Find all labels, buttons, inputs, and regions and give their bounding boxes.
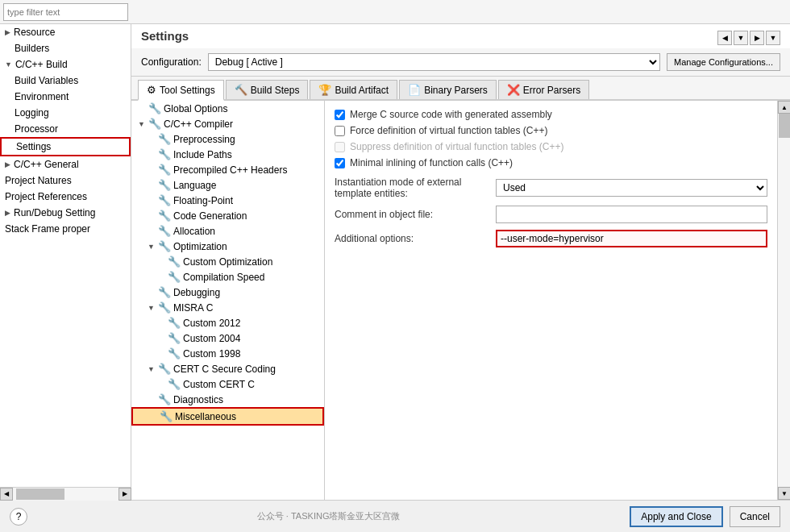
tree-item-label: Floating-Point (173, 195, 233, 206)
tab-label: Error Parsers (523, 85, 580, 96)
tree-item-misra-c[interactable]: ▼🔧MISRA C (131, 300, 324, 315)
tree-item-diagnostics[interactable]: 🔧Diagnostics (131, 392, 324, 407)
scroll-up-button[interactable]: ▲ (778, 101, 790, 114)
instantiation-select[interactable]: Used (496, 179, 767, 197)
merge-assembly-checkbox[interactable] (335, 110, 345, 120)
tree-node-icon: 🔧 (168, 271, 181, 283)
right-scrollbar[interactable]: ▲ ▼ (777, 101, 790, 500)
tab-error-parsers[interactable]: ❌Error Parsers (498, 80, 589, 99)
tree-item-label: Optimization (173, 241, 227, 252)
minimal-inlining-checkbox[interactable] (335, 158, 345, 168)
tree-item-floating-point[interactable]: 🔧Floating-Point (131, 193, 324, 208)
sidebar-item-stack-frame[interactable]: Stack Frame proper (0, 221, 131, 237)
tree-item-label: Diagnostics (173, 394, 223, 405)
hscroll-right-button[interactable]: ▶ (118, 488, 131, 501)
tree-node-icon: 🔧 (158, 133, 171, 145)
suppress-vtables-label: Suppress definition of virtual function … (350, 141, 563, 152)
forward-button[interactable]: ▶ (750, 31, 764, 45)
tree-item-custom-cert-c[interactable]: 🔧Custom CERT C (131, 376, 324, 392)
tree-item-optimization[interactable]: ▼🔧Optimization (131, 239, 324, 254)
sidebar-hscrollbar[interactable]: ◀ ▶ (0, 487, 131, 500)
sidebar-item-label: Environment (15, 91, 69, 102)
sidebar-item-run-debug[interactable]: ▶Run/Debug Setting (0, 205, 131, 221)
sidebar-item-label: C/C++ Build (15, 59, 68, 70)
help-button[interactable]: ? (10, 508, 27, 526)
tree-item-cc-compiler[interactable]: ▼🔧C/C++ Compiler (131, 116, 324, 131)
tree-node-icon: 🔧 (158, 240, 171, 252)
tree-item-custom-1998[interactable]: 🔧Custom 1998 (131, 346, 324, 361)
tab-label: Build Steps (251, 85, 300, 96)
filter-input[interactable] (3, 3, 128, 21)
sidebar-item-processor[interactable]: Processor (0, 121, 131, 137)
tab-icon: 🏆 (318, 84, 331, 96)
tree-item-preprocessing[interactable]: 🔧Preprocessing (131, 131, 324, 147)
tree-item-miscellaneous[interactable]: 🔧Miscellaneous (131, 407, 324, 426)
config-select[interactable]: Debug [ Active ] (208, 53, 660, 71)
arrow-icon: ▶ (5, 160, 10, 168)
instantiation-label: Instantiation mode of external template … (335, 177, 496, 199)
back-down-button[interactable]: ▼ (734, 31, 748, 45)
comment-input[interactable] (496, 206, 767, 223)
tab-label: Binary Parsers (424, 85, 488, 96)
sidebar-item-logging[interactable]: Logging (0, 105, 131, 121)
tab-icon: ❌ (507, 84, 520, 96)
tree-item-precompiled-c-headers[interactable]: 🔧Precompiled C++ Headers (131, 162, 324, 177)
merge-assembly-label: Merge C source code with generated assem… (350, 109, 552, 120)
tree-item-include-paths[interactable]: 🔧Include Paths (131, 147, 324, 162)
sidebar-item-build-variables[interactable]: Build Variables (0, 73, 131, 89)
tree-item-custom-2004[interactable]: 🔧Custom 2004 (131, 330, 324, 346)
forward-down-button[interactable]: ▼ (766, 31, 780, 45)
tree-item-custom-optimization[interactable]: 🔧Custom Optimization (131, 254, 324, 269)
sidebar-item-label: Build Variables (15, 75, 78, 86)
tree-item-language[interactable]: 🔧Language (131, 177, 324, 193)
sidebar-item-cpp-general[interactable]: ▶C/C++ General (0, 156, 131, 172)
sidebar-item-label: Run/Debug Setting (14, 207, 95, 218)
force-vtables-checkbox[interactable] (335, 126, 345, 136)
tree-node-icon: 🔧 (158, 225, 171, 237)
apply-close-button[interactable]: Apply and Close (630, 506, 722, 527)
arrow-icon: ▼ (5, 60, 12, 69)
sidebar: ▶ResourceBuilders▼C/C++ BuildBuild Varia… (0, 24, 131, 500)
sidebar-item-cpp-build[interactable]: ▼C/C++ Build (0, 56, 131, 73)
tab-build-steps[interactable]: 🔨Build Steps (226, 80, 309, 99)
tree-item-label: Debugging (173, 287, 220, 298)
sidebar-item-resource[interactable]: ▶Resource (0, 24, 131, 40)
options-panel: Merge C source code with generated assem… (325, 101, 777, 500)
tree-arrow-icon: ▼ (148, 243, 156, 251)
tab-tool-settings[interactable]: ⚙Tool Settings (138, 80, 224, 101)
sidebar-item-project-references[interactable]: Project References (0, 189, 131, 205)
tree-node-icon: 🔧 (158, 148, 171, 160)
sidebar-item-settings[interactable]: Settings (0, 137, 131, 156)
sidebar-item-builders[interactable]: Builders (0, 40, 131, 56)
tree-item-debugging[interactable]: 🔧Debugging (131, 285, 324, 300)
tree-item-cert-c-secure-coding[interactable]: ▼🔧CERT C Secure Coding (131, 361, 324, 376)
tab-binary-parsers[interactable]: 📄Binary Parsers (399, 80, 497, 99)
sidebar-item-environment[interactable]: Environment (0, 89, 131, 105)
tree-node-icon: 🔧 (158, 286, 171, 298)
cancel-button[interactable]: Cancel (730, 506, 780, 527)
manage-configurations-button[interactable]: Manage Configurations... (667, 53, 780, 71)
tab-label: Tool Settings (160, 85, 215, 96)
hscroll-left-button[interactable]: ◀ (0, 488, 13, 501)
tree-item-label: CERT C Secure Coding (173, 364, 276, 375)
watermark: 公众号 · TASKING塔斯金亚大区宫微 (27, 510, 630, 522)
tree-node-icon: 🔧 (158, 164, 171, 176)
config-label: Configuration: (141, 56, 202, 68)
tree-item-code-generation[interactable]: 🔧Code Generation (131, 208, 324, 223)
tree-item-label: MISRA C (173, 302, 213, 314)
suppress-vtables-checkbox[interactable] (335, 142, 345, 152)
sidebar-item-label: C/C++ General (14, 159, 79, 170)
scroll-down-button[interactable]: ▼ (778, 487, 790, 500)
tree-node-icon: 🔧 (148, 118, 161, 130)
tree-item-global-options[interactable]: 🔧Global Options (131, 101, 324, 116)
additional-options-input[interactable] (496, 230, 767, 247)
back-button[interactable]: ◀ (717, 31, 732, 45)
tab-icon: 📄 (408, 84, 421, 96)
tree-item-custom-2012[interactable]: 🔧Custom 2012 (131, 315, 324, 330)
tree-arrow-icon: ▼ (138, 120, 146, 128)
tree-item-allocation[interactable]: 🔧Allocation (131, 223, 324, 239)
tree-item-label: Language (173, 180, 216, 191)
tree-item-compilation-speed[interactable]: 🔧Compilation Speed (131, 269, 324, 285)
sidebar-item-project-natures[interactable]: Project Natures (0, 172, 131, 189)
tab-build-artifact[interactable]: 🏆Build Artifact (310, 80, 397, 99)
